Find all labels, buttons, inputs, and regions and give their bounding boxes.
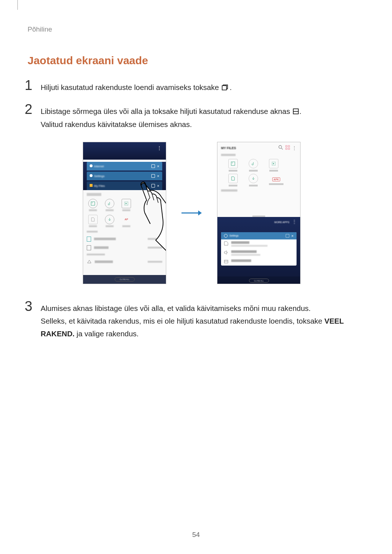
svg-point-14: [232, 163, 233, 163]
storage-row: [83, 235, 166, 243]
svg-rect-13: [231, 162, 235, 165]
step-2: 2 Libistage sõrmega üles või alla ja tok…: [25, 105, 366, 131]
more-icon: ⋮: [292, 145, 297, 151]
splitview-small-icon: [286, 234, 289, 238]
step3-line2a: Selleks, et käivitada rakendus, mis ei o…: [41, 317, 324, 325]
step-number: 2: [25, 102, 41, 116]
audio-icon: [249, 159, 258, 168]
settings-row: [221, 249, 297, 258]
search-icon: [278, 145, 283, 151]
page-title: Jaotatud ekraani vaade: [28, 54, 366, 67]
svg-point-7: [279, 145, 282, 148]
video-icon: [269, 159, 278, 168]
grid-view-icon: [285, 145, 290, 151]
svg-rect-3: [91, 202, 95, 205]
storage-row: [83, 258, 166, 266]
step1-text-after: .: [230, 83, 232, 91]
close-all-bar: CLOSE ALL: [217, 276, 300, 284]
sound-icon: [224, 250, 228, 255]
svg-rect-12: [288, 148, 290, 149]
figure-screen-right: MY FILES ⋮: [217, 142, 301, 284]
step-text: Alumises aknas libistage üles või alla, …: [41, 302, 366, 340]
more-icon: ⋮: [292, 219, 297, 224]
figure-screen-left: ⋮ Internet × Settings × My Files ×: [83, 142, 166, 284]
svg-point-4: [92, 202, 93, 203]
step-number: 3: [25, 299, 41, 313]
step-1: 1 Hiljuti kasutatud rakenduste loendi av…: [25, 81, 366, 94]
step3-line1: Alumises aknas libistage üles või alla, …: [41, 304, 311, 312]
step2-line1-after: .: [299, 107, 302, 115]
recent-app-card: Settings ×: [87, 172, 162, 180]
more-apps-label: MORE APPS ⋮: [217, 219, 300, 224]
close-icon: ×: [157, 184, 159, 188]
app-title: MY FILES: [221, 146, 276, 150]
settings-row: [221, 258, 297, 266]
svg-rect-10: [288, 145, 290, 147]
step-text: Libistage sõrmega üles või alla ja toksa…: [41, 105, 366, 131]
close-all-button: CLOSE ALL: [115, 277, 135, 282]
apk-icon: AP: [122, 215, 131, 224]
figure: ⋮ Internet × Settings × My Files ×: [17, 142, 366, 284]
page-number: 54: [192, 531, 200, 539]
splitview-small-icon: [151, 174, 155, 178]
documents-icon: [88, 215, 98, 224]
step-3: 3 Alumises aknas libistage üles või alla…: [25, 302, 366, 340]
splitview-small-icon: [151, 184, 155, 188]
step3-line2b: ja valige rakendus.: [74, 329, 139, 338]
close-all-bar: CLOSE ALL: [83, 275, 166, 284]
settings-row: [221, 239, 297, 249]
svg-rect-0: [222, 86, 226, 90]
recents-icon: [222, 82, 229, 94]
cloud-icon: [87, 259, 92, 264]
section-header: Põhiline: [28, 25, 366, 33]
connections-icon: [224, 241, 228, 246]
svg-rect-11: [286, 148, 287, 149]
splitview-icon: [293, 106, 299, 118]
downloads-icon: [249, 174, 258, 183]
recent-app-card: Internet ×: [87, 162, 162, 171]
storage-row: [83, 243, 166, 252]
documents-icon: [228, 174, 238, 183]
close-all-button: CLOSE ALL: [249, 279, 269, 283]
downloads-icon: [105, 215, 114, 224]
recent-app-card: My Files ×: [87, 181, 162, 190]
close-icon: ×: [291, 234, 294, 238]
sd-card-icon: [87, 245, 91, 250]
gear-icon: [224, 234, 228, 238]
close-icon: ×: [157, 164, 159, 168]
step-number: 1: [25, 78, 41, 92]
step1-text-before: Hiljuti kasutatud rakenduste loendi avam…: [41, 83, 221, 91]
svg-rect-9: [286, 145, 287, 147]
svg-line-8: [281, 148, 283, 149]
notifications-icon: [224, 259, 228, 264]
arrow-right-icon: [181, 209, 203, 217]
images-icon: [88, 199, 98, 208]
close-icon: ×: [157, 174, 159, 178]
audio-icon: [105, 199, 114, 208]
apk-icon: APK: [272, 177, 281, 181]
phone-storage-icon: [87, 237, 91, 242]
step-text: Hiljuti kasutatud rakenduste loendi avam…: [41, 81, 366, 94]
images-icon: [228, 159, 238, 168]
more-icon: ⋮: [157, 145, 162, 151]
settings-card: Settings ×: [221, 232, 297, 266]
video-icon: [122, 199, 131, 208]
step2-line1-before: Libistage sõrmega üles või alla ja toksa…: [41, 107, 292, 115]
svg-rect-16: [224, 260, 228, 263]
step2-line2: Valitud rakendus käivitatakse ülemises a…: [41, 120, 192, 128]
splitview-small-icon: [151, 164, 155, 168]
